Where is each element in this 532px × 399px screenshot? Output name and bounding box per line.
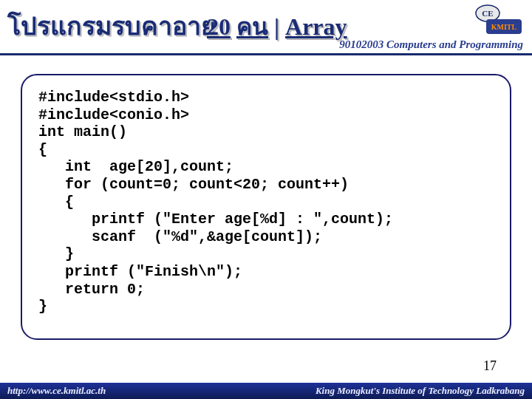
slide-title-left: โปรแกรมรบคาอาย xyxy=(7,6,216,46)
footer-institution: King Mongkut's Institute of Technology L… xyxy=(316,385,525,397)
kmitl-logo: CE KMITL xyxy=(473,3,523,38)
slide-title-right: 20 คน | Array xyxy=(207,7,347,45)
logo-ce-text: CE xyxy=(482,9,493,18)
course-label: 90102003 Computers and Programming xyxy=(339,38,523,51)
title-sep: | xyxy=(274,13,285,40)
title-array: Array xyxy=(285,13,347,40)
header: โปรแกรมรบคาอาย 20 คน | Array CE KMITL 90… xyxy=(0,0,532,55)
footer-bar: http://www.ce.kmitl.ac.th King Mongkut's… xyxy=(0,383,532,399)
title-word: คน xyxy=(236,13,268,40)
page-number: 17 xyxy=(483,358,497,374)
code-content: #include<stdio.h> #include<conio.h> int … xyxy=(38,89,494,316)
title-number: 20 xyxy=(207,13,231,40)
code-box: #include<stdio.h> #include<conio.h> int … xyxy=(21,74,511,340)
logo-kmitl-text: KMITL xyxy=(491,23,517,31)
footer-url: http://www.ce.kmitl.ac.th xyxy=(7,385,106,397)
